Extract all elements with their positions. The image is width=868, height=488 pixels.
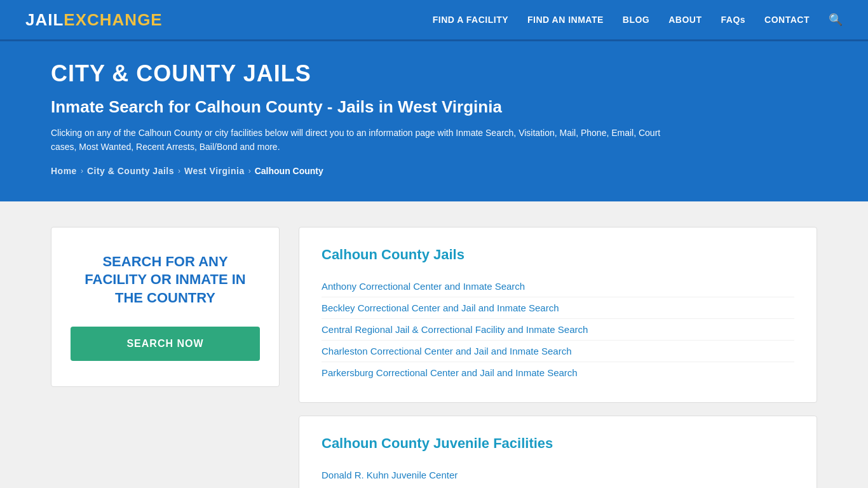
logo-exchange-text: EXCHANGE <box>64 10 162 30</box>
search-panel: SEARCH FOR ANY FACILITY OR INMATE IN THE… <box>51 227 280 387</box>
page-title: CITY & COUNTY JAILS <box>51 60 817 87</box>
breadcrumb-city-county[interactable]: City & County Jails <box>87 166 174 176</box>
breadcrumb-current: Calhoun County <box>255 166 323 176</box>
search-icon-button[interactable]: 🔍 <box>829 13 843 27</box>
breadcrumb-sep-3: › <box>248 166 251 175</box>
facility-link-1[interactable]: Anthony Correctional Center and Inmate S… <box>322 276 794 297</box>
facilities-panel: Calhoun County Jails Anthony Correctiona… <box>299 227 817 488</box>
nav-find-inmate[interactable]: FIND AN INMATE <box>527 15 604 25</box>
facility-link-4[interactable]: Charleston Correctional Center and Jail … <box>322 341 794 362</box>
nav-blog[interactable]: BLOG <box>623 15 649 25</box>
jails-card: Calhoun County Jails Anthony Correctiona… <box>299 227 817 403</box>
hero-section: CITY & COUNTY JAILS Inmate Search for Ca… <box>0 41 868 201</box>
nav-find-facility[interactable]: FIND A FACILITY <box>433 15 508 25</box>
search-now-button[interactable]: SEARCH NOW <box>71 327 260 361</box>
site-header: JAIL EXCHANGE FIND A FACILITY FIND AN IN… <box>0 0 868 41</box>
juvenile-card: Calhoun County Juvenile Facilities Donal… <box>299 416 817 488</box>
breadcrumb-home[interactable]: Home <box>51 166 77 176</box>
main-nav: FIND A FACILITY FIND AN INMATE BLOG ABOU… <box>433 13 843 27</box>
nav-contact[interactable]: CONTACT <box>764 15 810 25</box>
page-subtitle: Inmate Search for Calhoun County - Jails… <box>51 97 817 117</box>
breadcrumb-state[interactable]: West Virginia <box>184 166 245 176</box>
juvenile-card-title: Calhoun County Juvenile Facilities <box>322 435 794 452</box>
logo-jail-text: JAIL <box>25 10 64 30</box>
breadcrumb: Home › City & County Jails › West Virgin… <box>51 166 817 176</box>
facility-link-2[interactable]: Beckley Correctional Center and Jail and… <box>322 297 794 319</box>
main-content: SEARCH FOR ANY FACILITY OR INMATE IN THE… <box>0 201 868 488</box>
jails-card-title: Calhoun County Jails <box>322 247 794 263</box>
juvenile-facility-link-1[interactable]: Donald R. Kuhn Juvenile Center <box>322 464 794 485</box>
breadcrumb-sep-1: › <box>81 166 83 175</box>
search-promo-text: SEARCH FOR ANY FACILITY OR INMATE IN THE… <box>71 253 260 308</box>
nav-about[interactable]: ABOUT <box>668 15 702 25</box>
facility-link-3[interactable]: Central Regional Jail & Correctional Fac… <box>322 319 794 341</box>
facility-link-5[interactable]: Parkersburg Correctional Center and Jail… <box>322 362 794 383</box>
breadcrumb-sep-2: › <box>178 166 180 175</box>
hero-description: Clicking on any of the Calhoun County or… <box>51 126 686 154</box>
nav-faqs[interactable]: FAQs <box>721 15 746 25</box>
logo[interactable]: JAIL EXCHANGE <box>25 10 163 30</box>
